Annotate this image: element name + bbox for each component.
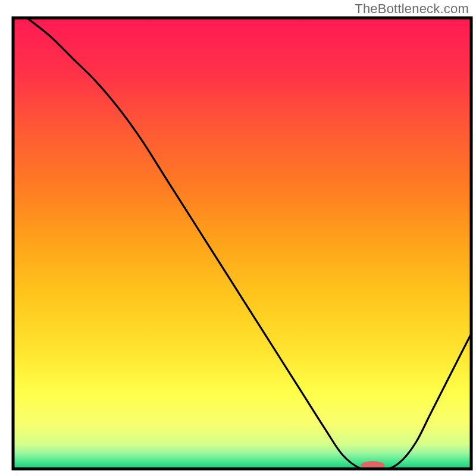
plot-background — [13, 18, 471, 469]
bottleneck-chart: TheBottleneck.com — [0, 0, 476, 476]
watermark-text: TheBottleneck.com — [355, 1, 469, 17]
chart-svg — [0, 0, 476, 476]
